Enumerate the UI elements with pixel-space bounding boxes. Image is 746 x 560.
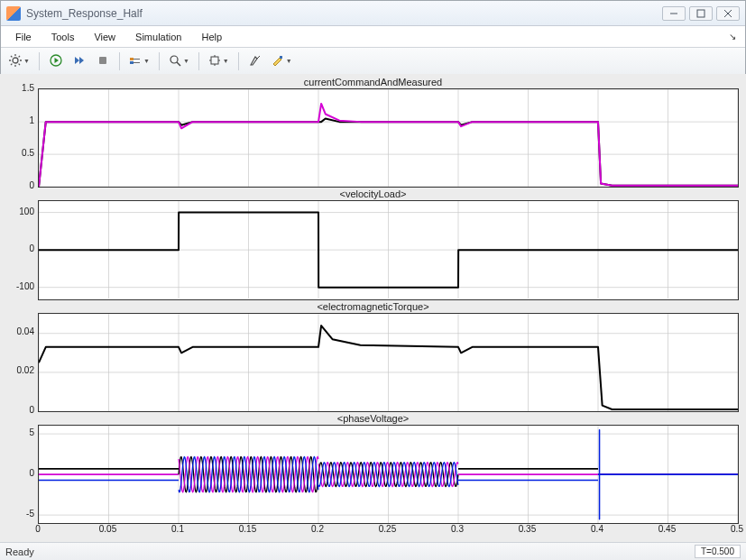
chart-title: <velocityLoad> xyxy=(7,188,739,200)
step-forward-button[interactable] xyxy=(69,51,89,71)
plot-canvas[interactable] xyxy=(38,88,739,188)
chart-1: <velocityLoad>1000-100 xyxy=(7,188,739,299)
y-axis: 1.510.50 xyxy=(7,88,38,188)
y-axis: 0.040.020 xyxy=(7,313,38,412)
menu-tools[interactable]: Tools xyxy=(42,29,84,45)
plot-canvas[interactable] xyxy=(38,313,739,412)
menu-help[interactable]: Help xyxy=(192,29,231,45)
svg-line-29 xyxy=(257,56,260,59)
menu-file[interactable]: File xyxy=(6,29,41,45)
settings-button[interactable]: ▼ xyxy=(6,51,32,71)
chart-title: <electromagneticTorque> xyxy=(7,300,739,313)
svg-rect-18 xyxy=(130,58,134,60)
svg-rect-30 xyxy=(280,56,282,59)
toolbar: ▼ ▼ ▼ ▼ xyxy=(1,48,745,75)
x-axis: 00.050.10.150.20.250.30.350.40.450.5 xyxy=(38,524,739,538)
svg-rect-24 xyxy=(211,57,218,64)
statusbar: Ready T=0.500 xyxy=(0,542,746,560)
menubar: File Tools View Simulation Help ↘ xyxy=(1,26,745,48)
menu-view[interactable]: View xyxy=(85,29,124,45)
svg-point-4 xyxy=(13,58,18,63)
window-title: System_Response_Half xyxy=(26,7,662,20)
chevron-down-icon: ▼ xyxy=(23,58,30,64)
y-axis: 50-5 xyxy=(7,425,38,524)
minimize-button[interactable] xyxy=(662,6,686,21)
app-icon xyxy=(6,6,21,21)
gear-icon xyxy=(9,54,22,69)
cursor-measure-icon xyxy=(249,54,262,69)
chart-3: <phaseVoltage>50-5 xyxy=(7,412,739,524)
menu-simulation[interactable]: Simulation xyxy=(126,29,190,45)
play-circle-icon xyxy=(50,54,62,69)
plot-area: currentCommandAndMeasured1.510.50<veloci… xyxy=(0,74,746,542)
run-button[interactable] xyxy=(46,51,66,71)
chart-0: currentCommandAndMeasured1.510.50 xyxy=(7,76,739,188)
close-button[interactable] xyxy=(716,6,740,21)
svg-line-11 xyxy=(19,56,20,57)
svg-line-23 xyxy=(177,62,180,66)
autoscale-button[interactable]: ▼ xyxy=(206,51,232,71)
stop-icon xyxy=(97,54,109,69)
maximize-button[interactable] xyxy=(689,6,713,21)
svg-rect-17 xyxy=(99,57,106,64)
svg-marker-16 xyxy=(79,57,84,64)
chart-2: <electromagneticTorque>0.040.020 xyxy=(7,300,739,412)
chevron-down-icon: ▼ xyxy=(143,58,150,64)
y-axis: 1000-100 xyxy=(7,200,38,299)
status-time: T=0.500 xyxy=(695,545,741,558)
plot-canvas[interactable] xyxy=(38,425,739,524)
signal-selector-icon xyxy=(129,54,142,69)
stop-button[interactable] xyxy=(93,51,113,71)
svg-point-22 xyxy=(170,56,178,63)
dock-arrow-icon[interactable]: ↘ xyxy=(729,32,740,41)
chevron-down-icon: ▼ xyxy=(286,58,292,64)
svg-line-10 xyxy=(19,63,20,64)
cursor-measure-button[interactable] xyxy=(245,51,265,71)
chart-title: <phaseVoltage> xyxy=(7,412,739,425)
svg-marker-14 xyxy=(54,58,59,63)
highlight-icon xyxy=(272,54,284,69)
chevron-down-icon: ▼ xyxy=(223,58,229,64)
titlebar: System_Response_Half xyxy=(1,1,745,26)
highlight-button[interactable]: ▼ xyxy=(269,51,295,71)
chart-title: currentCommandAndMeasured xyxy=(7,76,739,88)
zoom-icon xyxy=(169,54,181,69)
autoscale-icon xyxy=(208,54,221,69)
signal-selector-button[interactable]: ▼ xyxy=(126,51,152,71)
svg-line-9 xyxy=(11,56,12,57)
chevron-down-icon: ▼ xyxy=(183,58,189,64)
zoom-button[interactable]: ▼ xyxy=(166,51,192,71)
svg-marker-15 xyxy=(75,57,79,64)
svg-rect-19 xyxy=(130,61,134,64)
status-ready: Ready xyxy=(5,546,34,557)
plot-canvas[interactable] xyxy=(38,200,739,299)
svg-line-12 xyxy=(11,63,12,64)
svg-rect-1 xyxy=(697,10,705,17)
step-forward-icon xyxy=(73,54,86,69)
